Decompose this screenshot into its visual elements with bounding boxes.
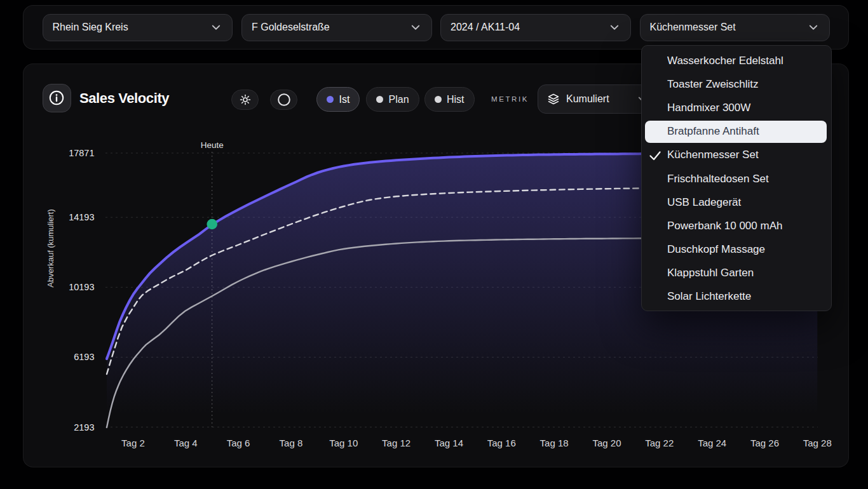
svg-text:17871: 17871: [69, 148, 94, 158]
svg-text:Tag 24: Tag 24: [698, 438, 726, 448]
svg-text:10193: 10193: [69, 282, 94, 292]
svg-text:Tag 4: Tag 4: [174, 438, 198, 448]
svg-text:Tag 22: Tag 22: [645, 438, 674, 448]
svg-text:Tag 6: Tag 6: [227, 438, 250, 448]
svg-text:Tag 2: Tag 2: [121, 438, 145, 448]
svg-text:Tag 20: Tag 20: [592, 438, 621, 448]
svg-text:6193: 6193: [74, 352, 94, 362]
svg-text:Abverkauf (kumuliert): Abverkauf (kumuliert): [46, 209, 55, 288]
svg-text:14193: 14193: [69, 212, 94, 222]
svg-text:Tag 14: Tag 14: [435, 438, 463, 448]
svg-text:Tag 26: Tag 26: [750, 438, 779, 448]
svg-text:Tag 10: Tag 10: [329, 438, 358, 448]
svg-text:Tag 16: Tag 16: [487, 438, 516, 448]
svg-text:Tag 12: Tag 12: [382, 438, 410, 448]
svg-text:Tag 8: Tag 8: [280, 438, 303, 448]
svg-text:Tag 28: Tag 28: [803, 438, 832, 448]
svg-text:2193: 2193: [74, 422, 94, 432]
svg-text:Heute: Heute: [201, 140, 224, 150]
svg-text:Tag 18: Tag 18: [540, 438, 569, 448]
